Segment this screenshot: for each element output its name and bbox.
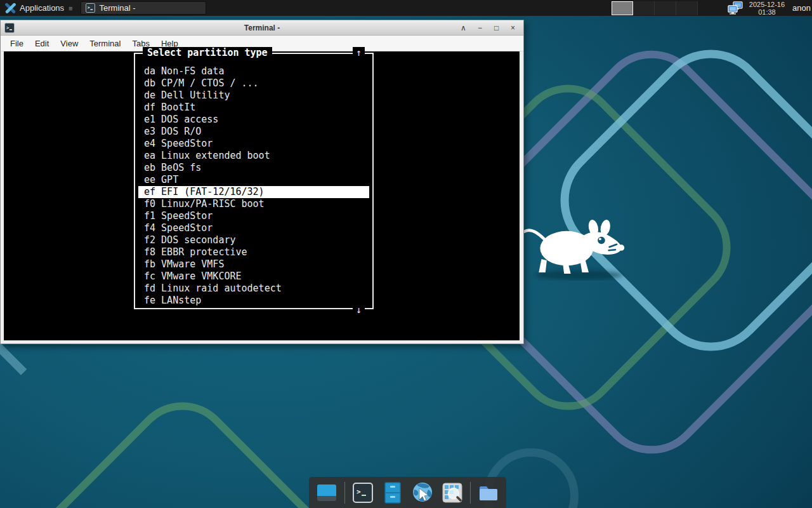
partition-list-item[interactable]: fe LANstep xyxy=(135,295,372,307)
menubar-item[interactable]: Edit xyxy=(29,39,55,48)
scroll-down-indicator: ↓ xyxy=(353,304,365,316)
svg-text:>: > xyxy=(6,25,9,30)
terminal-launcher[interactable]: > xyxy=(351,481,375,505)
partition-list-item[interactable]: ee GPT xyxy=(135,174,372,186)
taskbar-item-label: Terminal - xyxy=(100,3,136,13)
dock-separator xyxy=(344,482,345,504)
xfce-mouse-mascot xyxy=(521,213,628,281)
window-control[interactable]: × xyxy=(509,23,517,32)
applications-label: Applications xyxy=(20,3,64,13)
workspace-4[interactable] xyxy=(676,1,698,15)
partition-list-item[interactable]: de Dell Utility xyxy=(135,90,372,102)
terminal-icon: > xyxy=(4,23,15,33)
bottom-dock: > xyxy=(309,477,506,508)
svg-text:>: > xyxy=(87,5,89,10)
partition-list-item[interactable]: f2 DOS secondary xyxy=(135,234,372,246)
partition-list-item[interactable]: f4 SpeedStor xyxy=(135,222,372,234)
partition-list-item[interactable]: f8 EBBR protective xyxy=(135,246,372,258)
menubar-item[interactable]: File xyxy=(4,39,29,48)
applications-menu-button[interactable]: Applications ≡ xyxy=(0,0,78,16)
clock[interactable]: 2025-12-16 01:38 xyxy=(749,1,785,16)
clock-time: 01:38 xyxy=(749,8,785,16)
app-finder-launcher[interactable] xyxy=(440,481,464,505)
partition-list-item[interactable]: e1 DOS access xyxy=(135,114,372,126)
window-titlebar[interactable]: > Terminal - ∧−□× xyxy=(1,20,523,36)
menu-lines-icon: ≡ xyxy=(69,4,72,12)
file-manager-launcher[interactable] xyxy=(381,481,405,505)
window-control[interactable]: □ xyxy=(492,23,501,32)
partition-list-item[interactable]: db CP/M / CTOS / ... xyxy=(135,77,372,90)
show-desktop-icon xyxy=(315,481,338,504)
file-cabinet-icon xyxy=(381,481,404,504)
terminal-frame: Select partition type ↑ ↓ da Non-FS data… xyxy=(1,51,523,344)
partition-list-item[interactable]: fc VMware VMKCORE xyxy=(135,271,372,283)
xfce-logo-icon xyxy=(5,3,16,13)
clock-date: 2025-12-16 xyxy=(749,1,785,8)
terminal-icon: > xyxy=(86,3,95,13)
partition-list-item[interactable]: eb BeOS fs xyxy=(135,162,372,174)
partition-type-dialog: Select partition type ↑ ↓ da Non-FS data… xyxy=(134,53,374,309)
window-title: Terminal - xyxy=(1,23,523,32)
scroll-up-indicator: ↑ xyxy=(353,47,365,58)
panel-right-area: 2025-12-16 01:38 anon xyxy=(612,0,812,16)
menubar-item[interactable]: Terminal xyxy=(84,39,126,48)
terminal-window: > Terminal - ∧−□× FileEditViewTerminalTa… xyxy=(0,20,524,344)
window-control[interactable]: − xyxy=(476,23,484,32)
partition-list-item[interactable]: ef EFI (FAT-12/16/32) xyxy=(138,186,369,198)
globe-browser-icon xyxy=(410,481,435,505)
partition-list-item[interactable]: fd Linux raid autodetect xyxy=(135,283,372,295)
workspace-1[interactable] xyxy=(612,1,633,15)
folder-icon xyxy=(477,481,500,504)
partition-list-item[interactable]: fb VMware VMFS xyxy=(135,258,372,271)
partition-list-item[interactable]: df BootIt xyxy=(135,102,372,114)
svg-text:>: > xyxy=(357,488,361,496)
web-browser-launcher[interactable] xyxy=(410,481,435,505)
network-computers-icon[interactable] xyxy=(727,1,743,15)
window-control[interactable]: ∧ xyxy=(459,23,468,32)
app-finder-icon xyxy=(441,481,464,504)
window-controls: ∧−□× xyxy=(459,23,517,32)
taskbar-item-terminal[interactable]: > Terminal - xyxy=(81,1,206,15)
terminal-screen[interactable]: Select partition type ↑ ↓ da Non-FS data… xyxy=(4,51,520,340)
partition-list-item[interactable]: f1 SpeedStor xyxy=(135,210,372,222)
workspace-switcher xyxy=(612,1,698,15)
terminal-icon: > xyxy=(351,481,374,504)
show-desktop-button[interactable] xyxy=(315,481,339,505)
menubar-item[interactable]: View xyxy=(55,39,84,48)
partition-list-item[interactable]: e4 SpeedStor xyxy=(135,138,372,150)
dock-separator xyxy=(470,482,471,504)
workspace-3[interactable] xyxy=(655,1,676,15)
folder-launcher[interactable] xyxy=(476,481,501,505)
partition-list: da Non-FS datadb CP/M / CTOS / ...de Del… xyxy=(135,54,372,307)
workspace-2[interactable] xyxy=(633,1,655,15)
partition-list-item[interactable]: ea Linux extended boot xyxy=(135,150,372,162)
username-label: anon xyxy=(792,3,812,13)
dialog-title: Select partition type xyxy=(143,47,272,58)
top-panel: Applications ≡ > Terminal - xyxy=(0,0,812,16)
partition-list-item[interactable]: da Non-FS data xyxy=(135,65,372,77)
partition-list-item[interactable]: f0 Linux/PA-RISC boot xyxy=(135,198,372,210)
partition-list-item[interactable]: e3 DOS R/O xyxy=(135,126,372,138)
